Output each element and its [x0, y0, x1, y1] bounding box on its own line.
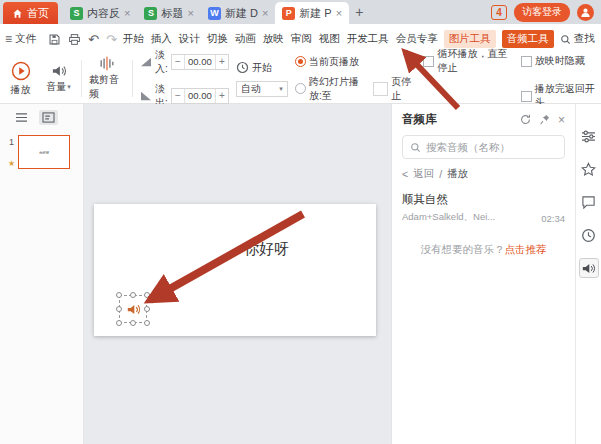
find-label: 查找 — [574, 32, 595, 46]
close-panel-icon[interactable]: × — [558, 113, 565, 127]
selection-handle[interactable] — [116, 320, 122, 326]
divider — [81, 60, 82, 97]
tab-insert[interactable]: 插入 — [151, 32, 172, 46]
audio-search-box[interactable] — [402, 135, 565, 159]
start-clock-icon — [236, 61, 249, 74]
close-tab-icon[interactable]: × — [262, 7, 268, 19]
radio-icon[interactable] — [295, 83, 306, 94]
playback-checkbox-options: 循环播放，直至停止 放映时隐藏 播放完返回开头 — [423, 57, 596, 100]
menu-bar: ≡ 文件 ↶ ↷ 开始 插入 设计 切换 动画 放映 审阅 视图 开发工具 会员… — [0, 24, 601, 54]
close-tab-icon[interactable]: × — [124, 7, 130, 19]
doc-tab-sheet-2[interactable]: S 标题 × — [137, 2, 200, 24]
tab-transition[interactable]: 切换 — [207, 32, 228, 46]
decrease-button[interactable]: − — [172, 89, 184, 103]
tab-picture-tools[interactable]: 图片工具 — [444, 30, 496, 48]
slides-view-icon[interactable] — [39, 110, 58, 125]
redo-icon[interactable]: ↷ — [106, 33, 117, 46]
home-tab[interactable]: 首页 — [3, 2, 58, 24]
search-icon — [560, 34, 571, 45]
slide-thumbnail[interactable]: 你好呀 — [18, 135, 70, 169]
start-label: 开始 — [252, 61, 272, 75]
pin-icon[interactable] — [539, 114, 550, 125]
search-icon — [410, 142, 421, 153]
selection-handle[interactable] — [116, 292, 122, 298]
doc-tab-sheet-1[interactable]: S 内容反 × — [63, 2, 137, 24]
update-count-badge[interactable]: 4 — [491, 5, 507, 20]
audio-panel-toggle-icon[interactable] — [579, 258, 599, 278]
checkbox-icon[interactable] — [423, 56, 434, 67]
option-hide-while-showing[interactable]: 放映时隐藏 — [521, 47, 596, 75]
save-icon[interactable] — [48, 33, 61, 46]
tab-slideshow[interactable]: 放映 — [263, 32, 284, 46]
crumb-divider: / — [439, 168, 442, 180]
file-menu[interactable]: ≡ 文件 — [5, 32, 36, 46]
back-link[interactable]: 返回 — [413, 167, 434, 181]
selection-handle[interactable] — [144, 320, 150, 326]
trim-audio-button[interactable]: 裁剪音频 — [89, 57, 125, 100]
doc-tab-presentation-active[interactable]: P 新建 P × — [275, 2, 349, 24]
tab-animation[interactable]: 动画 — [235, 32, 256, 46]
outline-view-icon[interactable] — [12, 110, 31, 125]
option-current-page[interactable]: 当前页播放 — [295, 55, 417, 69]
tab-review[interactable]: 审阅 — [291, 32, 312, 46]
wps-presentation-icon: P — [282, 7, 295, 20]
checkbox-icon[interactable] — [521, 56, 532, 67]
audio-speaker-icon — [126, 303, 141, 316]
selection-handle[interactable] — [130, 292, 136, 298]
increase-button[interactable]: + — [216, 89, 228, 103]
stop-page-input[interactable] — [373, 82, 388, 96]
home-tab-label: 首页 — [27, 6, 49, 21]
print-icon[interactable] — [68, 33, 81, 46]
slide-entry-1[interactable]: 1 ★ 你好呀 — [0, 131, 83, 169]
file-menu-label: 文件 — [15, 32, 36, 46]
decrease-button[interactable]: − — [172, 55, 184, 69]
guest-login-button[interactable]: 访客登录 — [514, 3, 570, 22]
thumbnail-text: 你好呀 — [39, 150, 49, 155]
recommend-link[interactable]: 点击推荐 — [505, 243, 547, 255]
avatar[interactable] — [577, 4, 594, 21]
home-icon — [12, 8, 23, 19]
song-item[interactable]: 顺其自然 Adam+Salkeld、Nei... 02:34 — [402, 189, 565, 227]
history-clock-icon[interactable] — [579, 225, 599, 245]
tab-audio-tools-active[interactable]: 音频工具 — [502, 30, 554, 48]
audio-search-input[interactable] — [426, 141, 557, 153]
chevron-down-icon: ▾ — [67, 83, 71, 91]
tab-member[interactable]: 会员专享 — [396, 32, 438, 46]
tab-design[interactable]: 设计 — [179, 32, 200, 46]
tab-view[interactable]: 视图 — [319, 32, 340, 46]
tab-developer[interactable]: 开发工具 — [347, 32, 389, 46]
audio-object-selected[interactable] — [120, 296, 146, 322]
option-cross-slide[interactable]: 跨幻灯片播放:至 页停止 — [295, 75, 417, 103]
volume-button[interactable]: 音量▾ — [43, 57, 74, 100]
start-mode-dropdown[interactable]: 自动 ▾ — [236, 81, 288, 97]
comment-icon[interactable] — [579, 192, 599, 212]
fade-out-value[interactable]: 00.00 — [184, 89, 216, 103]
increase-button[interactable]: + — [216, 55, 228, 69]
editor-canvas[interactable]: 你好呀 — [84, 104, 391, 444]
slide[interactable]: 你好呀 — [94, 204, 376, 336]
undo-icon[interactable]: ↶ — [88, 33, 99, 46]
selection-handle[interactable] — [144, 306, 150, 312]
wps-presentation-window: 首页 S 内容反 × S 标题 × W 新建 D × P 新建 P × — [0, 0, 601, 444]
radio-checked-icon[interactable] — [295, 56, 306, 67]
slide-text[interactable]: 你好呀 — [244, 240, 289, 259]
close-tab-icon[interactable]: × — [187, 7, 193, 19]
close-tab-icon[interactable]: × — [336, 7, 342, 19]
playback-scope-options: 当前页播放 跨幻灯片播放:至 页停止 — [295, 57, 417, 100]
selection-handle[interactable] — [130, 320, 136, 326]
selection-handle[interactable] — [144, 292, 150, 298]
find-button[interactable]: 查找 — [560, 32, 595, 46]
refresh-icon[interactable] — [520, 114, 531, 125]
play-button[interactable]: 播放 — [5, 57, 36, 100]
tab-start[interactable]: 开始 — [123, 32, 144, 46]
fade-in-value[interactable]: 00.00 — [184, 55, 216, 69]
adjust-sliders-icon[interactable] — [579, 126, 599, 146]
checkbox-icon[interactable] — [521, 91, 532, 102]
doc-tab-writer[interactable]: W 新建 D × — [201, 2, 275, 24]
new-tab-button[interactable]: + — [349, 4, 369, 20]
option-loop[interactable]: 循环播放，直至停止 — [423, 47, 508, 75]
song-info: 顺其自然 Adam+Salkeld、Nei... — [402, 192, 495, 224]
favorites-star-icon[interactable] — [579, 159, 599, 179]
tabbar-right: 4 访客登录 — [491, 0, 601, 24]
selection-handle[interactable] — [116, 306, 122, 312]
